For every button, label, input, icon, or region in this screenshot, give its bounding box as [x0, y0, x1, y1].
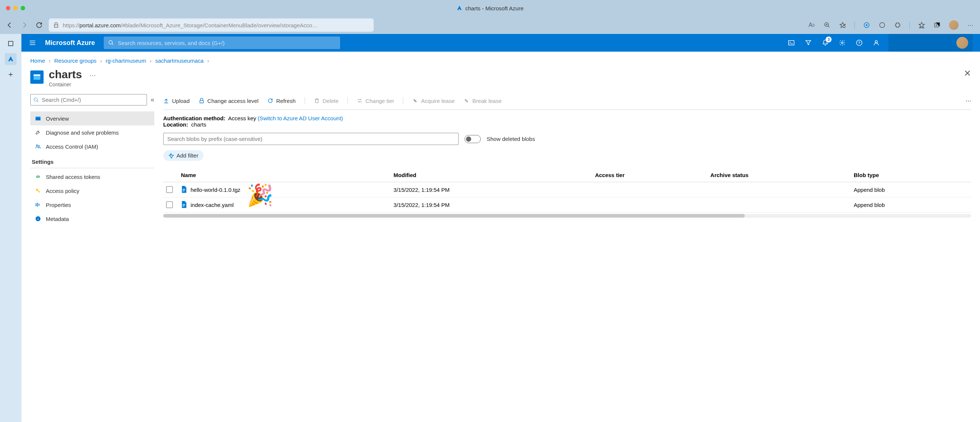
- horizontal-scrollbar[interactable]: [163, 214, 971, 217]
- properties-icon: [35, 201, 41, 208]
- hamburger-menu[interactable]: [29, 39, 36, 46]
- cell-tier: [592, 182, 707, 197]
- user-account-area[interactable]: [888, 34, 973, 52]
- sidebar-item-label: Shared access tokens: [46, 174, 100, 180]
- breadcrumb-storage[interactable]: sachartmuseumaca: [155, 57, 204, 64]
- scrollbar-thumb[interactable]: [163, 214, 745, 217]
- sidebar-search-input[interactable]: [30, 94, 147, 106]
- browser-nav-bar: https://portal.azure.com/#blade/Microsof…: [0, 16, 980, 34]
- sidebar-item-label: Metadata: [46, 216, 69, 222]
- browser-chrome: charts - Microsoft Azure https://portal.…: [0, 0, 980, 34]
- feedback-icon[interactable]: [873, 40, 880, 46]
- new-tab-icon[interactable]: [5, 68, 17, 81]
- read-aloud-icon[interactable]: A)): [808, 21, 815, 29]
- cell-modified: 3/15/2022, 1:19:54 PM: [391, 197, 592, 213]
- cell-type: Append blob: [851, 182, 971, 197]
- window-title: charts - Microsoft Azure: [457, 5, 523, 11]
- tracking-icon[interactable]: [863, 21, 870, 29]
- close-blade-button[interactable]: ✕: [964, 68, 971, 79]
- col-type[interactable]: Blob type: [851, 168, 971, 182]
- col-name[interactable]: Name: [178, 168, 391, 182]
- sidebar-item-overview[interactable]: Overview: [30, 111, 154, 125]
- show-deleted-toggle[interactable]: [465, 135, 481, 143]
- back-button[interactable]: [6, 21, 13, 29]
- sidebar-item-diagnose[interactable]: Diagnose and solve problems: [30, 125, 154, 140]
- delete-button[interactable]: Delete: [314, 98, 339, 104]
- row-checkbox[interactable]: [166, 201, 173, 208]
- add-filter-button[interactable]: Add filter: [163, 150, 204, 161]
- key-icon: [35, 187, 41, 194]
- acquire-lease-button[interactable]: Acquire lease: [412, 98, 455, 104]
- global-search[interactable]: [104, 36, 340, 49]
- help-icon[interactable]: [856, 40, 862, 46]
- main-panel: Upload Change access level Refresh: [154, 94, 971, 226]
- url-bar[interactable]: https://portal.azure.com/#blade/Microsof…: [49, 19, 374, 32]
- collections-icon[interactable]: [934, 21, 941, 29]
- svg-point-18: [36, 189, 38, 191]
- minimize-window-button[interactable]: [13, 6, 18, 10]
- page-more-button[interactable]: ⋯: [89, 71, 96, 79]
- change-tier-button[interactable]: Change tier: [357, 98, 395, 104]
- notifications-icon[interactable]: 3: [822, 40, 829, 46]
- window-title-text: charts - Microsoft Azure: [465, 5, 523, 11]
- col-tier[interactable]: Access tier: [592, 168, 707, 182]
- maximize-window-button[interactable]: [21, 6, 25, 10]
- favorite-icon[interactable]: [839, 21, 846, 29]
- azure-logo-text[interactable]: Microsoft Azure: [45, 39, 95, 47]
- break-lease-button[interactable]: Break lease: [463, 98, 501, 104]
- svg-rect-8: [789, 41, 794, 45]
- browser-profile-avatar[interactable]: [949, 20, 959, 30]
- svg-rect-15: [35, 117, 40, 117]
- table-row[interactable]: index-cache.yaml 3/15/2022, 1:19:54 PM A…: [163, 197, 971, 213]
- edge-sidebar: [0, 34, 21, 422]
- file-name: hello-world-0.1.0.tgz: [191, 187, 240, 193]
- auth-method-value: Access key: [228, 115, 256, 121]
- url-text: https://portal.azure.com/#blade/Microsof…: [63, 22, 369, 29]
- col-modified[interactable]: Modified: [391, 168, 592, 182]
- file-icon: [181, 201, 187, 208]
- breadcrumb-rg[interactable]: rg-chartmuseum: [106, 57, 146, 64]
- change-access-button[interactable]: Change access level: [199, 98, 258, 104]
- svg-rect-12: [33, 75, 40, 80]
- file-name: index-cache.yaml: [191, 202, 234, 208]
- svg-point-11: [875, 41, 877, 43]
- toolbar-more-button[interactable]: ⋯: [966, 97, 971, 104]
- sidebar-item-sas[interactable]: Shared access tokens: [30, 170, 154, 184]
- browser-menu-icon[interactable]: ⋯: [967, 21, 974, 29]
- cloud-shell-icon[interactable]: [788, 40, 795, 46]
- sidebar-item-access-policy[interactable]: Access policy: [30, 184, 154, 198]
- breadcrumb-resource-groups[interactable]: Resource groups: [54, 57, 96, 64]
- sidebar-item-metadata[interactable]: Metadata: [30, 212, 154, 226]
- col-archive[interactable]: Archive status: [708, 168, 851, 182]
- row-checkbox[interactable]: [166, 186, 173, 193]
- close-window-button[interactable]: [6, 6, 10, 10]
- switch-auth-link[interactable]: (Switch to Azure AD User Account): [258, 115, 343, 121]
- tabs-icon[interactable]: [5, 38, 17, 49]
- forward-button[interactable]: [21, 21, 28, 29]
- favorites-bar-icon[interactable]: [918, 21, 925, 29]
- wrench-icon: [35, 129, 41, 136]
- sync-icon[interactable]: [878, 21, 886, 29]
- collapse-sidebar-button[interactable]: «: [151, 96, 154, 104]
- refresh-button[interactable]: Refresh: [267, 98, 296, 104]
- global-search-input[interactable]: [118, 40, 336, 46]
- sidebar-section-settings: Settings: [30, 154, 154, 168]
- settings-icon[interactable]: [839, 40, 846, 46]
- sidebar-item-label: Access Control (IAM): [46, 143, 98, 150]
- extensions-icon[interactable]: [894, 21, 901, 29]
- filter-icon[interactable]: [805, 40, 811, 46]
- table-row[interactable]: hello-world-0.1.0.tgz 3/15/2022, 1:19:54…: [163, 182, 971, 197]
- reload-button[interactable]: [35, 21, 43, 29]
- breadcrumb-home[interactable]: Home: [30, 57, 45, 64]
- location-value: charts: [191, 121, 207, 128]
- container-icon: [30, 70, 44, 84]
- zoom-icon[interactable]: [823, 21, 831, 29]
- sidebar-item-properties[interactable]: Properties: [30, 198, 154, 212]
- sidebar-item-label: Overview: [46, 116, 69, 122]
- upload-button[interactable]: Upload: [163, 98, 190, 104]
- svg-point-7: [109, 41, 112, 44]
- svg-rect-22: [183, 191, 185, 191]
- sidebar-item-iam[interactable]: Access Control (IAM): [30, 140, 154, 154]
- blob-search-input[interactable]: [163, 133, 458, 145]
- azure-tab-icon[interactable]: [5, 53, 17, 65]
